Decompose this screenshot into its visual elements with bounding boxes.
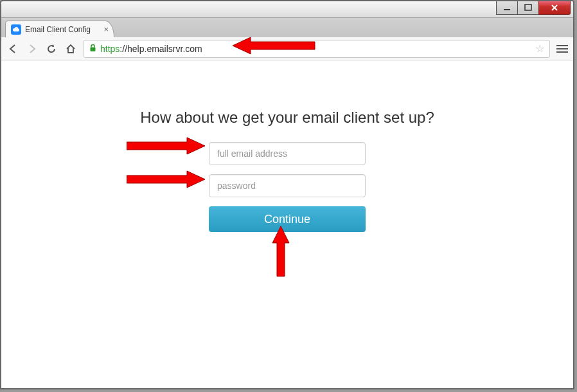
minimize-button[interactable] [496,1,518,15]
window-controls [497,1,571,14]
svg-rect-1 [525,4,531,10]
address-bar[interactable]: https://help.emailsrvr.com ☆ [84,40,550,58]
page-heading: How about we get your email client set u… [1,109,573,127]
page-content: How about we get your email client set u… [1,60,573,388]
svg-marker-5 [127,171,205,188]
maximize-button[interactable] [517,1,539,15]
svg-marker-4 [127,138,205,154]
close-button[interactable] [538,1,571,15]
browser-tab[interactable]: Email Client Config × [5,21,114,37]
cloud-icon [11,24,21,35]
svg-rect-0 [504,9,510,10]
tab-strip: Email Client Config × [1,18,573,37]
email-field[interactable] [209,142,366,165]
home-button[interactable] [64,42,77,55]
reload-button[interactable] [45,42,58,55]
url-text: https://help.emailsrvr.com [100,44,202,54]
lock-icon [89,44,96,54]
annotation-arrow-url [233,36,316,55]
url-rest: ://help.emailsrvr.com [120,44,202,54]
window-frame: Email Client Config × https://help.email… [0,0,574,389]
svg-marker-3 [233,37,315,54]
tab-close-icon[interactable]: × [103,25,109,33]
annotation-arrow-continue [271,226,290,278]
url-scheme: https [100,44,120,54]
annotation-arrow-email [127,136,205,156]
menu-button[interactable] [556,45,568,53]
tab-title: Email Client Config [25,25,91,34]
password-field[interactable] [209,174,366,197]
back-button[interactable] [6,42,19,55]
svg-marker-6 [272,226,289,276]
window-titlebar [1,1,573,18]
bookmark-star-icon[interactable]: ☆ [535,42,544,55]
svg-rect-2 [91,47,96,51]
forward-button[interactable] [26,42,39,55]
annotation-arrow-password [127,170,205,189]
setup-form: Continue [209,142,366,232]
